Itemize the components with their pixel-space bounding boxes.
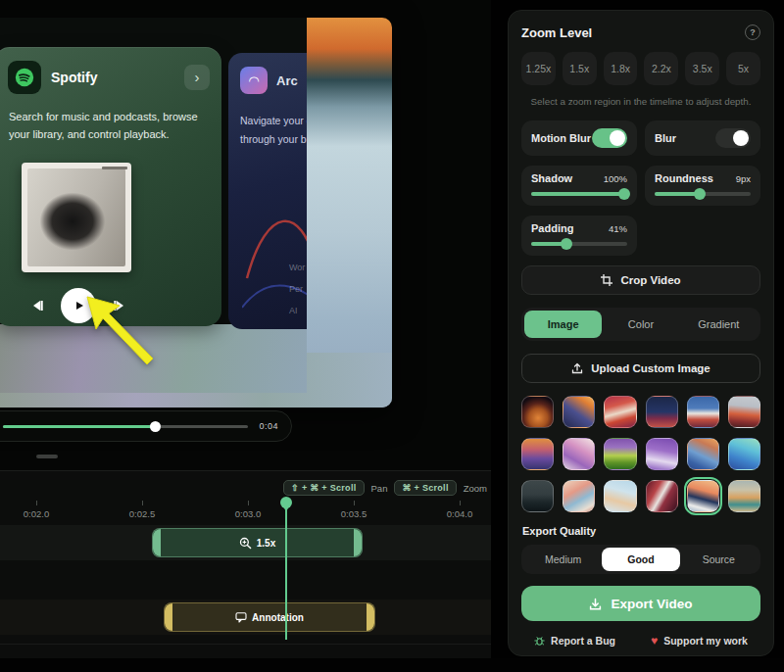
playhead-handle[interactable] <box>280 497 292 508</box>
arc-sidebar-items: Wor Per AI <box>289 263 305 315</box>
progress-fill <box>3 425 155 428</box>
motion-blur-toggle[interactable] <box>592 128 627 148</box>
padding-label: Padding <box>531 222 573 234</box>
padding-value: 41% <box>609 223 627 234</box>
tab-image[interactable]: Image <box>524 311 602 338</box>
blur-card: Blur <box>645 120 760 156</box>
export-video-button[interactable]: Export Video <box>521 586 760 621</box>
panel-resize-handle[interactable] <box>36 455 58 458</box>
wallpaper-thumbnail[interactable] <box>687 396 719 428</box>
wallpaper-thumbnail[interactable] <box>728 396 760 428</box>
timeline-hints: ⇧ + ⌘ + Scroll Pan ⌘ + Scroll Zoom <box>283 480 487 496</box>
video-frame: Spotify › Search for music and podcasts,… <box>0 18 392 408</box>
annotation-segment[interactable]: Annotation <box>164 602 375 632</box>
wallpaper-thumbnail[interactable] <box>646 480 678 512</box>
progress-handle[interactable] <box>150 421 161 432</box>
ruler-label: 0:02.0 <box>7 508 66 519</box>
wallpaper-thumbnail[interactable] <box>728 480 760 512</box>
wallpaper-thumbnail[interactable] <box>728 438 760 470</box>
toggle-knob <box>610 130 625 146</box>
timeline-divider <box>0 644 491 645</box>
zoom-option-2-2x[interactable]: 2.2x <box>644 52 678 85</box>
export-quality-label: Export Quality <box>522 525 760 537</box>
zoom-segment[interactable]: 1.5x <box>152 528 363 557</box>
zoom-option-1-8x[interactable]: 1.8x <box>604 52 638 85</box>
quality-medium[interactable]: Medium <box>524 548 602 571</box>
slider-knob[interactable] <box>694 188 706 200</box>
padding-slider[interactable] <box>531 242 627 246</box>
wallpaper-thumbnail[interactable] <box>563 438 595 470</box>
ruler-tick <box>36 501 37 505</box>
help-icon[interactable]: ? <box>745 24 760 40</box>
upload-icon <box>571 362 583 374</box>
arc-description-line1: Navigate your open tabs <box>240 112 307 130</box>
background-tabs: Image Color Gradient <box>521 308 760 341</box>
wallpaper-thumbnail-selected[interactable] <box>687 480 719 512</box>
export-video-label: Export Video <box>611 597 692 611</box>
shadow-slider-card: Shadow 100% <box>521 166 637 206</box>
arc-card-description: Navigate your open tabs through your bro… <box>240 112 307 149</box>
wallpaper-thumbnail[interactable] <box>521 396 554 428</box>
spotify-icon <box>8 61 41 94</box>
crop-video-button[interactable]: Crop Video <box>521 265 760 295</box>
arc-icon: ◠ <box>240 67 268 94</box>
roundness-slider[interactable] <box>655 192 751 196</box>
zoom-option-5x[interactable]: 5x <box>726 52 760 85</box>
wallpaper-thumbnail[interactable] <box>521 480 554 512</box>
arc-sidebar-item: AI <box>289 306 305 315</box>
blur-label: Blur <box>655 132 676 144</box>
chevron-right-button[interactable]: › <box>184 65 210 90</box>
slider-knob[interactable] <box>561 238 572 250</box>
quality-good[interactable]: Good <box>602 548 679 571</box>
wallpaper-thumbnail[interactable] <box>687 438 719 470</box>
slider-knob[interactable] <box>618 188 630 200</box>
app-window: Spotify › Search for music and podcasts,… <box>0 0 784 672</box>
wallpaper-thumbnail[interactable] <box>604 438 636 470</box>
wallpaper-thumbnail[interactable] <box>604 480 636 512</box>
album-photo <box>27 168 125 266</box>
support-link[interactable]: ♥ Support my work <box>651 634 748 648</box>
timeline: ⇧ + ⌘ + Scroll Pan ⌘ + Scroll Zoom 0:02.… <box>0 470 491 658</box>
speech-bubble-icon <box>235 611 247 623</box>
support-label: Support my work <box>663 635 748 647</box>
arc-sidebar-item: Wor <box>289 263 305 272</box>
ruler-label: 0:03.5 <box>324 508 383 519</box>
zoom-segment-label: 1.5x <box>257 538 275 549</box>
wallpaper-thumbnail[interactable] <box>521 438 554 470</box>
annotation-track: Annotation <box>0 600 491 635</box>
arc-card: ◠ Arc Navigate your open tabs through yo… <box>228 53 307 329</box>
zoom-level-caption: Select a zoom region in the timeline to … <box>523 96 759 107</box>
settings-panel: Zoom Level ? 1.25x 1.5x 1.8x 2.2x 3.5x 5… <box>508 10 774 656</box>
arrow-annotation[interactable] <box>82 292 165 382</box>
report-bug-link[interactable]: Report a Bug <box>534 635 615 647</box>
zoom-option-3-5x[interactable]: 3.5x <box>685 52 719 85</box>
ruler-label: 0:04.0 <box>430 508 489 519</box>
quality-source[interactable]: Source <box>680 548 758 571</box>
wallpaper-thumbnail[interactable] <box>646 438 678 470</box>
progress-track[interactable] <box>3 425 248 428</box>
tab-gradient[interactable]: Gradient <box>680 311 758 338</box>
export-quality-segment: Medium Good Source <box>521 545 760 574</box>
zoom-option-1-5x[interactable]: 1.5x <box>563 52 597 85</box>
wallpaper-thumbnail[interactable] <box>646 396 678 428</box>
blur-toggle[interactable] <box>715 128 751 148</box>
tab-color[interactable]: Color <box>602 311 679 338</box>
playhead-line[interactable] <box>285 503 287 640</box>
zoom-hint-label: Zoom <box>464 483 487 494</box>
wallpaper-thumbnail[interactable] <box>604 396 636 428</box>
wallpaper-thumbnail[interactable] <box>563 480 595 512</box>
arc-card-header: ◠ Arc <box>240 67 298 94</box>
playback-time: 0:04 <box>259 421 278 431</box>
timeline-ruler[interactable]: 0:02.0 0:02.5 0:03.0 0:03.5 0:04.0 <box>0 501 491 524</box>
zoom-option-1-25x[interactable]: 1.25x <box>521 52 556 85</box>
ruler-label: 0:03.0 <box>219 508 277 519</box>
shadow-slider[interactable] <box>531 192 627 196</box>
video-preview-canvas[interactable]: Spotify › Search for music and podcasts,… <box>0 0 491 470</box>
previous-track-icon[interactable] <box>29 299 45 312</box>
zoom-shortcut-badge: ⌘ + Scroll <box>394 480 456 496</box>
pan-shortcut-badge: ⇧ + ⌘ + Scroll <box>283 480 364 496</box>
upload-custom-image-button[interactable]: Upload Custom Image <box>521 354 760 383</box>
help-glyph: ? <box>750 27 756 37</box>
wallpaper-thumbnail[interactable] <box>563 396 595 428</box>
motion-blur-label: Motion Blur <box>531 132 591 144</box>
